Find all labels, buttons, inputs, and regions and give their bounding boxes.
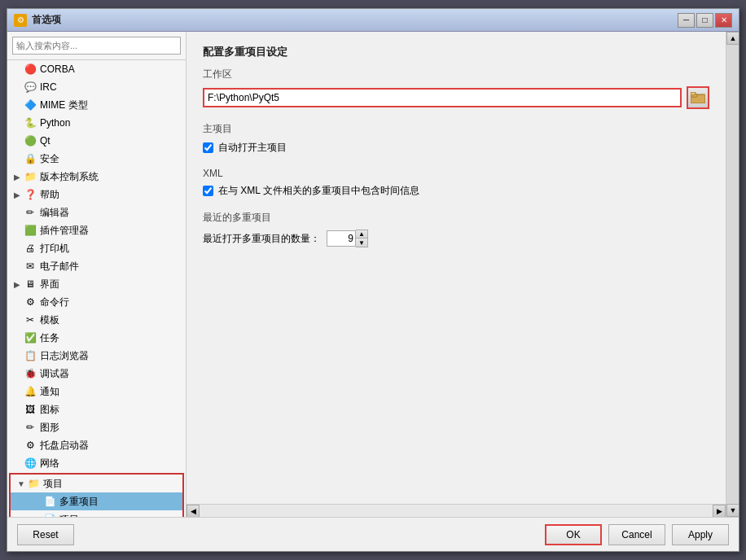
sidebar-item-label: 模板: [40, 313, 59, 327]
scroll-track: [726, 45, 739, 504]
scroll-down-button[interactable]: ▼: [726, 504, 739, 517]
close-button[interactable]: ✕: [715, 13, 732, 28]
auto-open-label: 自动打开主项目: [218, 141, 287, 155]
maximize-button[interactable]: □: [696, 13, 713, 28]
search-box: [7, 32, 186, 60]
sidebar-item-label: 任务: [40, 331, 59, 345]
vcs-arrow-icon: ▶: [14, 173, 24, 182]
bottom-left: Reset: [17, 524, 74, 545]
vertical-scrollbar: ▲ ▼: [726, 32, 739, 517]
notify-icon: 🔔: [24, 385, 37, 398]
search-input[interactable]: [12, 37, 181, 55]
cancel-button[interactable]: Cancel: [608, 524, 665, 545]
hscroll-left-button[interactable]: ◀: [186, 505, 200, 518]
sidebar-item-network[interactable]: 🌐 网络: [7, 454, 186, 472]
sidebar-item-vcs[interactable]: ▶ 📁 版本控制系统: [7, 168, 186, 186]
window-title: 首选项: [32, 13, 678, 27]
sidebar-item-corba[interactable]: 🔴 CORBA: [7, 60, 186, 78]
sidebar-item-editor[interactable]: ✏ 编辑器: [7, 203, 186, 221]
sidebar-item-tray[interactable]: ⚙ 托盘启动器: [7, 436, 186, 454]
recent-count-input[interactable]: [327, 230, 356, 247]
help-arrow-icon: ▶: [14, 190, 24, 199]
sidebar-item-label: 日志浏览器: [40, 349, 89, 363]
irc-icon: 💬: [24, 81, 37, 94]
sidebar-item-label: 项目: [43, 477, 63, 491]
sidebar-item-figure[interactable]: ✏ 图形: [7, 418, 186, 436]
xml-time-label: 在与 XML 文件相关的多重项目中包含时间信息: [218, 184, 419, 198]
apply-button[interactable]: Apply: [672, 524, 729, 545]
sidebar-item-email[interactable]: ✉ 电子邮件: [7, 257, 186, 275]
sidebar-item-interface[interactable]: ▶ 🖥 界面: [7, 275, 186, 293]
auto-open-checkbox[interactable]: [203, 142, 213, 153]
sidebar-item-cmd[interactable]: ⚙ 命令行: [7, 293, 186, 311]
vcs-icon: 📁: [24, 170, 37, 183]
sidebar-item-log[interactable]: 📋 日志浏览器: [7, 347, 186, 365]
workspace-section: 工作区: [203, 68, 709, 109]
sidebar-item-label: Qt: [40, 135, 50, 147]
sidebar-item-icons[interactable]: 🖼 图标: [7, 400, 186, 418]
sidebar-item-mime[interactable]: 🔷 MIME 类型: [7, 96, 186, 114]
window-icon: ⚙: [14, 14, 27, 27]
minimize-button[interactable]: ─: [678, 13, 695, 28]
main-project-title: 主项目: [203, 122, 709, 136]
main-section-title: 配置多重项目设定: [203, 45, 709, 59]
template-icon: ✂: [24, 313, 37, 326]
log-icon: 📋: [24, 349, 37, 362]
email-icon: ✉: [24, 260, 37, 273]
bottom-right: OK Cancel Apply: [545, 524, 729, 545]
sidebar-item-label: 通知: [40, 385, 59, 399]
main-section: 配置多重项目设定 工作区: [203, 45, 709, 247]
sidebar-item-project-item[interactable]: 📄 项目: [11, 510, 182, 517]
sidebar-item-plugin[interactable]: 🟩 插件管理器: [7, 221, 186, 239]
hscroll-right-button[interactable]: ▶: [713, 505, 726, 518]
sidebar-item-label: 调试器: [40, 367, 69, 381]
main-content: 🔴 CORBA 💬 IRC 🔷 MIME 类型: [7, 32, 739, 517]
folder-browse-button[interactable]: [687, 86, 709, 109]
spinbox-arrows: ▲ ▼: [356, 230, 368, 247]
sidebar-item-label: 命令行: [40, 295, 69, 309]
workspace-row: [203, 86, 709, 109]
icons-icon: 🖼: [24, 403, 37, 416]
ok-button[interactable]: OK: [545, 524, 602, 545]
sidebar-item-qt[interactable]: 🟢 Qt: [7, 132, 186, 150]
sidebar-item-irc[interactable]: 💬 IRC: [7, 78, 186, 96]
print-icon: 🖨: [24, 242, 37, 255]
sidebar-item-debug[interactable]: 🐞 调试器: [7, 365, 186, 383]
help-icon: ❓: [24, 188, 37, 201]
recent-title: 最近的多重项目: [203, 211, 709, 225]
spinbox-down-button[interactable]: ▼: [356, 238, 367, 247]
figure-icon: ✏: [24, 421, 37, 434]
xml-time-checkbox[interactable]: [203, 186, 213, 196]
sidebar-item-print[interactable]: 🖨 打印机: [7, 239, 186, 257]
svg-rect-2: [691, 92, 696, 95]
recent-count-spinbox: ▲ ▼: [327, 230, 368, 247]
sidebar-item-help[interactable]: ▶ ❓ 帮助: [7, 186, 186, 203]
workspace-input[interactable]: [203, 88, 682, 107]
titlebar: ⚙ 首选项 ─ □ ✕: [7, 9, 739, 32]
main-project-row: 自动打开主项目: [203, 141, 709, 155]
spinbox-up-button[interactable]: ▲: [356, 230, 367, 238]
sidebar-item-python[interactable]: 🐍 Python: [7, 114, 186, 132]
debug-icon: 🐞: [24, 367, 37, 380]
security-icon: 🔒: [24, 152, 37, 165]
sidebar-item-multiproject[interactable]: 📄 多重项目: [11, 492, 182, 510]
recent-section: 最近的多重项目 最近打开多重项目的数量： ▲ ▼: [203, 211, 709, 247]
right-panel: 配置多重项目设定 工作区: [186, 32, 726, 517]
project-arrow-icon: ▼: [17, 479, 27, 488]
mime-icon: 🔷: [24, 98, 37, 112]
sidebar-item-label: 图形: [40, 421, 59, 435]
bottom-bar: Reset OK Cancel Apply: [7, 517, 739, 551]
scroll-up-button[interactable]: ▲: [726, 32, 739, 45]
sidebar-item-label: 网络: [40, 457, 59, 470]
sidebar-item-project-group[interactable]: ▼ 📁 项目: [11, 475, 182, 492]
sidebar-item-label: 打印机: [40, 242, 69, 256]
reset-button[interactable]: Reset: [17, 524, 74, 545]
sidebar-item-label: 版本控制系统: [40, 170, 99, 184]
interface-icon: 🖥: [24, 278, 37, 291]
sidebar-item-security[interactable]: 🔒 安全: [7, 150, 186, 168]
left-panel: 🔴 CORBA 💬 IRC 🔷 MIME 类型: [7, 32, 186, 517]
sidebar-item-template[interactable]: ✂ 模板: [7, 311, 186, 329]
recent-row: 最近打开多重项目的数量： ▲ ▼: [203, 230, 709, 247]
sidebar-item-task[interactable]: ✅ 任务: [7, 329, 186, 347]
sidebar-item-notify[interactable]: 🔔 通知: [7, 383, 186, 400]
